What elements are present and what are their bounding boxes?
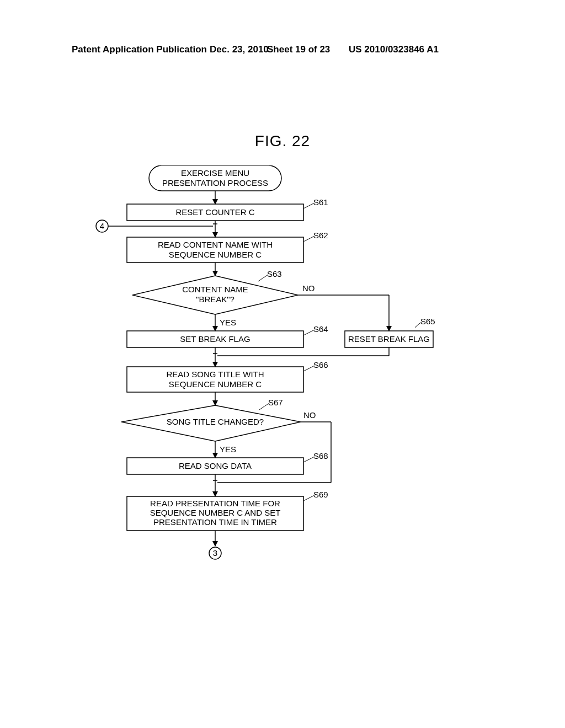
s63-yes: YES xyxy=(220,318,236,327)
s68-text: READ SONG DATA xyxy=(179,461,252,470)
s64-text: SET BREAK FLAG xyxy=(180,334,250,344)
s69-text-2: SEQUENCE NUMBER C AND SET xyxy=(150,508,281,517)
s69-text-1: READ PRESENTATION TIME FOR xyxy=(150,499,280,508)
s69-node: READ PRESENTATION TIME FOR SEQUENCE NUMB… xyxy=(127,496,303,531)
start-text-1: EXERCISE MENU xyxy=(181,168,249,178)
s69-text-3: PRESENTATION TIME IN TIMER xyxy=(153,517,277,527)
s62-node: READ CONTENT NAME WITH SEQUENCE NUMBER C xyxy=(127,237,303,263)
flowchart: EXERCISE MENU PRESENTATION PROCESS RESET… xyxy=(83,165,480,618)
connector-3-text: 3 xyxy=(213,548,217,558)
s65-node: RESET BREAK FLAG xyxy=(345,331,433,347)
s64-label: S64 xyxy=(313,324,328,334)
start-text-2: PRESENTATION PROCESS xyxy=(162,178,268,188)
connector-4-text: 4 xyxy=(100,221,104,231)
s61-text: RESET COUNTER C xyxy=(175,207,254,217)
figure-title: FIG. 22 xyxy=(0,132,565,150)
s69-label: S69 xyxy=(313,490,328,499)
s63-text-2: "BREAK"? xyxy=(196,295,234,304)
s62-text-2: SEQUENCE NUMBER C xyxy=(169,250,262,259)
s63-label: S63 xyxy=(267,269,282,279)
s66-text-2: SEQUENCE NUMBER C xyxy=(169,379,262,389)
header-date: Dec. 23, 2010 xyxy=(210,44,269,55)
connector-4: 4 xyxy=(96,220,108,232)
start-node: EXERCISE MENU PRESENTATION PROCESS xyxy=(149,165,281,191)
s66-text-1: READ SONG TITLE WITH xyxy=(166,370,264,379)
s63-node: CONTENT NAME "BREAK"? xyxy=(132,276,298,314)
s67-yes: YES xyxy=(220,445,236,454)
s67-text: SONG TITLE CHANGED? xyxy=(167,417,264,426)
s61-node: RESET COUNTER C xyxy=(127,204,303,221)
s63-text-1: CONTENT NAME xyxy=(182,285,248,294)
s63-no: NO xyxy=(302,283,315,293)
s61-label: S61 xyxy=(313,197,328,207)
s67-label: S67 xyxy=(268,398,283,407)
s62-text-1: READ CONTENT NAME WITH xyxy=(158,240,273,249)
s68-label: S68 xyxy=(313,451,328,461)
header-sheet: Sheet 19 of 23 xyxy=(267,44,330,55)
s67-no: NO xyxy=(303,410,316,420)
header-pubno: US 2010/0323846 A1 xyxy=(349,44,439,55)
s66-node: READ SONG TITLE WITH SEQUENCE NUMBER C xyxy=(127,367,303,392)
s65-label: S65 xyxy=(420,317,435,326)
header-left: Patent Application Publication xyxy=(72,44,207,55)
s68-node: READ SONG DATA xyxy=(127,458,303,474)
s67-node: SONG TITLE CHANGED? xyxy=(121,405,301,441)
connector-3: 3 xyxy=(209,547,221,559)
s65-text: RESET BREAK FLAG xyxy=(348,334,430,344)
s64-node: SET BREAK FLAG xyxy=(127,331,303,347)
s66-label: S66 xyxy=(313,360,328,370)
s62-label: S62 xyxy=(313,231,328,240)
